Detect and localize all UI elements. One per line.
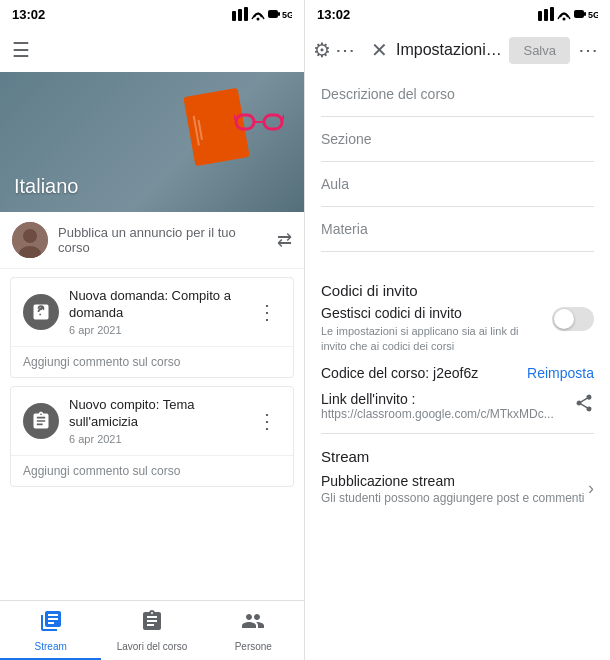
field-materia: Materia (321, 207, 594, 252)
item-comment[interactable]: Aggiungi commento sul corso (11, 455, 293, 486)
nav-label-persone: Persone (235, 641, 272, 652)
svg-line-10 (234, 115, 236, 121)
stream-row-info: Pubblicazione stream Gli studenti posson… (321, 473, 585, 505)
invite-section: Codici di invito Gestisci codici di invi… (321, 252, 594, 434)
field-aula: Aula (321, 162, 594, 207)
svg-rect-16 (544, 9, 548, 21)
field-sezione: Sezione (321, 117, 594, 162)
svg-rect-0 (232, 11, 236, 21)
nav-label-lavori: Lavori del corso (117, 641, 188, 652)
stream-item: Nuova domanda: Compito a domanda 6 apr 2… (10, 277, 294, 378)
link-label: Link dell'invito : (321, 391, 566, 407)
stream-item-header: Nuovo compito: Tema sull'amicizia 6 apr … (11, 387, 293, 455)
status-icons-right: 5G (538, 7, 598, 21)
avatar (12, 222, 48, 258)
invite-toggle-switch[interactable] (552, 307, 594, 331)
course-title: Italiano (14, 175, 79, 198)
course-code-text: Codice del corso: j2eof6z (321, 365, 478, 381)
save-button[interactable]: Salva (509, 37, 570, 64)
invite-toggle-row: Gestisci codici di invito Le impostazion… (321, 305, 594, 355)
code-row: Codice del corso: j2eof6z Reimposta (321, 365, 594, 381)
gear-icon[interactable]: ⚙ (313, 38, 331, 62)
nav-item-persone[interactable]: Persone (203, 601, 304, 660)
invite-toggle-info: Gestisci codici di invito Le impostazion… (321, 305, 544, 355)
nav-item-stream[interactable]: Stream (0, 601, 101, 660)
item-more-button[interactable]: ⋮ (253, 409, 281, 433)
panel-title: Impostazioni dei ... (396, 41, 505, 59)
right-panel: 13:02 5G ⚙ ⋯ ✕ Impostazioni dei ... Salv… (305, 0, 610, 660)
invite-toggle-desc: Le impostazioni si applicano sia ai link… (321, 324, 544, 355)
field-label-sezione[interactable]: Sezione (321, 131, 594, 147)
stream-settings-section: Stream Pubblicazione stream Gli studenti… (321, 434, 594, 519)
item-comment[interactable]: Aggiungi commento sul corso (11, 346, 293, 377)
svg-rect-20 (584, 12, 586, 16)
course-banner: Italiano (0, 72, 304, 212)
repost-icon[interactable]: ⇄ (277, 229, 292, 251)
item-date: 6 apr 2021 (69, 324, 243, 336)
toggle-knob (554, 309, 574, 329)
item-title: Nuova domanda: Compito a domanda (69, 288, 243, 322)
post-placeholder[interactable]: Pubblica un annuncio per il tuo corso (58, 225, 267, 255)
top-bar-right: ⚙ ⋯ ✕ Impostazioni dei ... Salva ⋯ (305, 28, 610, 72)
field-descrizione: Descrizione del corso (321, 72, 594, 117)
svg-rect-15 (538, 11, 542, 21)
stream-item: Nuovo compito: Tema sull'amicizia 6 apr … (10, 386, 294, 487)
share-icon[interactable] (574, 393, 594, 418)
svg-rect-7 (236, 115, 254, 129)
svg-rect-8 (264, 115, 282, 129)
persone-nav-icon (241, 609, 265, 639)
status-bar-right: 13:02 5G (305, 0, 610, 28)
nav-label-stream: Stream (35, 641, 67, 652)
item-info: Nuovo compito: Tema sull'amicizia 6 apr … (69, 397, 243, 445)
invite-toggle-label: Gestisci codici di invito (321, 305, 544, 321)
stream-nav-icon (39, 609, 63, 639)
link-row: Link dell'invito : https://classroom.goo… (321, 391, 594, 421)
reimposta-button[interactable]: Reimposta (527, 365, 594, 381)
svg-rect-1 (238, 9, 242, 21)
settings-more-button[interactable]: ⋯ (574, 34, 602, 66)
link-text-block: Link dell'invito : https://classroom.goo… (321, 391, 566, 421)
close-button[interactable]: ✕ (367, 34, 392, 66)
svg-text:5G: 5G (588, 10, 598, 20)
stream-row[interactable]: Pubblicazione stream Gli studenti posson… (321, 473, 594, 505)
link-url[interactable]: https://classroom.google.com/c/MTkxMDc..… (321, 407, 566, 421)
item-info: Nuova domanda: Compito a domanda 6 apr 2… (69, 288, 243, 336)
hamburger-icon[interactable]: ☰ (12, 38, 30, 62)
bottom-nav: Stream Lavori del corso Persone (0, 600, 304, 660)
item-date: 6 apr 2021 (69, 433, 243, 445)
chevron-right-icon: › (588, 478, 594, 499)
field-label-materia[interactable]: Materia (321, 221, 594, 237)
status-time-left: 13:02 (12, 7, 45, 22)
item-title: Nuovo compito: Tema sull'amicizia (69, 397, 243, 431)
stream-content: Nuova domanda: Compito a domanda 6 apr 2… (0, 269, 304, 600)
status-bar-left: 13:02 5G (0, 0, 304, 28)
question-icon (23, 294, 59, 330)
invite-heading: Codici di invito (321, 282, 594, 299)
status-time-right: 13:02 (317, 7, 350, 22)
svg-rect-2 (244, 7, 248, 21)
svg-rect-19 (574, 10, 584, 18)
top-bar-left: ☰ (0, 28, 304, 72)
svg-point-18 (563, 18, 566, 21)
stream-section-heading: Stream (321, 448, 594, 465)
field-label-descrizione[interactable]: Descrizione del corso (321, 86, 594, 102)
nav-item-lavori[interactable]: Lavori del corso (101, 601, 202, 660)
lavori-nav-icon (140, 609, 164, 639)
post-area: Pubblica un annuncio per il tuo corso ⇄ (0, 212, 304, 269)
more-dots-icon[interactable]: ⋯ (335, 38, 355, 62)
svg-rect-17 (550, 7, 554, 21)
stream-row-desc: Gli studenti possono aggiungere post e c… (321, 491, 585, 505)
assignment-icon (23, 403, 59, 439)
stream-item-header: Nuova domanda: Compito a domanda 6 apr 2… (11, 278, 293, 346)
svg-rect-5 (278, 12, 280, 16)
stream-row-title: Pubblicazione stream (321, 473, 585, 489)
svg-point-3 (257, 18, 260, 21)
svg-rect-4 (268, 10, 278, 18)
glasses-decoration (234, 107, 284, 137)
left-panel: 13:02 5G ☰ (0, 0, 305, 660)
status-icons-left: 5G (232, 7, 292, 21)
field-label-aula[interactable]: Aula (321, 176, 594, 192)
svg-point-13 (23, 229, 37, 243)
svg-line-11 (282, 115, 284, 121)
item-more-button[interactable]: ⋮ (253, 300, 281, 324)
